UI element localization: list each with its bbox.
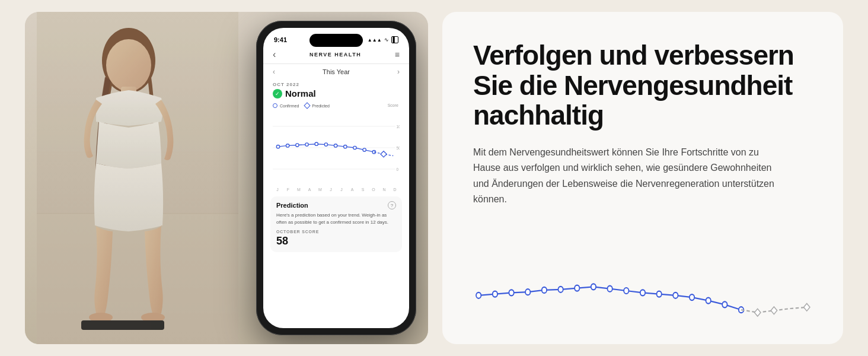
status-label: Normal bbox=[285, 88, 316, 98]
dynamic-island bbox=[309, 34, 363, 47]
svg-point-29 bbox=[509, 290, 513, 295]
status-check-icon: ✓ bbox=[273, 89, 282, 98]
svg-point-36 bbox=[624, 288, 628, 294]
month-n: N bbox=[379, 187, 389, 192]
status-time: 9:41 bbox=[274, 36, 287, 43]
month-f: F bbox=[283, 187, 293, 192]
phone: 9:41 ▲▲▲ ∿ ▌ ‹ NERVE HEALTH ≡ bbox=[256, 21, 416, 335]
left-panel: 9:41 ▲▲▲ ∿ ▌ ‹ NERVE HEALTH ≡ bbox=[25, 12, 428, 344]
prediction-section: Prediction ? Here's a prediction based o… bbox=[270, 196, 402, 252]
bottom-chart bbox=[473, 261, 812, 320]
svg-point-37 bbox=[640, 290, 645, 295]
svg-point-15 bbox=[276, 145, 279, 148]
svg-point-40 bbox=[690, 294, 694, 300]
svg-rect-26 bbox=[381, 151, 387, 157]
month-d: D bbox=[390, 187, 400, 192]
svg-point-28 bbox=[493, 291, 497, 297]
signal-icon: ▲▲▲ bbox=[368, 37, 382, 43]
month-s: S bbox=[358, 187, 368, 192]
main-heading: Verfolgen und verbessern Sie die Nerveng… bbox=[473, 40, 812, 131]
svg-point-41 bbox=[706, 298, 711, 304]
battery-icon: ▌ bbox=[391, 36, 398, 43]
svg-point-4 bbox=[106, 39, 151, 91]
prediction-header: Prediction ? bbox=[276, 201, 396, 209]
svg-point-35 bbox=[607, 286, 612, 292]
heading-line1: Verfolgen und verbessern bbox=[473, 40, 794, 71]
svg-point-34 bbox=[591, 284, 596, 290]
svg-point-24 bbox=[363, 148, 366, 151]
status-icons: ▲▲▲ ∿ ▌ bbox=[368, 36, 398, 43]
score-status: ✓ Normal bbox=[273, 88, 400, 98]
app-header: ‹ NERVE HEALTH ≡ bbox=[263, 46, 409, 64]
svg-text:0: 0 bbox=[397, 167, 399, 171]
score-axis-label: Score bbox=[388, 103, 400, 108]
svg-text:50: 50 bbox=[397, 146, 400, 150]
prediction-text: Here's a prediction based on your trend.… bbox=[276, 212, 396, 226]
confirmed-label: Confirmed bbox=[280, 104, 299, 108]
right-panel: Verfolgen und verbessern Sie die Nerveng… bbox=[442, 12, 843, 344]
person-silhouette bbox=[37, 12, 238, 344]
svg-point-17 bbox=[296, 144, 299, 147]
svg-point-18 bbox=[305, 143, 308, 146]
month-j1: J bbox=[273, 187, 282, 192]
legend-predicted: Predicted bbox=[305, 103, 330, 108]
svg-point-20 bbox=[324, 143, 327, 146]
month-labels: J F M A M J J A S O N D bbox=[263, 186, 409, 193]
october-score-label: OCTOBER SCORE bbox=[276, 230, 396, 234]
svg-point-33 bbox=[575, 285, 579, 291]
body-text: Mit dem Nervengesundheitswert können Sie… bbox=[473, 145, 781, 208]
predicted-label: Predicted bbox=[312, 104, 330, 108]
svg-point-39 bbox=[673, 293, 678, 298]
svg-rect-46 bbox=[804, 303, 810, 311]
month-j3: J bbox=[337, 187, 346, 192]
month-a2: A bbox=[347, 187, 357, 192]
heading-line3: nachhaltig bbox=[473, 100, 604, 131]
svg-point-31 bbox=[542, 287, 547, 293]
svg-text:100: 100 bbox=[397, 125, 400, 129]
svg-rect-45 bbox=[771, 307, 777, 314]
score-chart: 100 50 0 bbox=[263, 109, 409, 186]
app-title: NERVE HEALTH bbox=[309, 52, 361, 58]
month-o: O bbox=[369, 187, 378, 192]
menu-icon[interactable]: ≡ bbox=[395, 50, 400, 59]
month-a1: A bbox=[305, 187, 314, 192]
score-section: OCT 2022 ✓ Normal bbox=[263, 80, 409, 102]
heading-line2: Sie die Nervengesundheit bbox=[473, 70, 792, 101]
predicted-dot bbox=[304, 102, 311, 109]
svg-point-19 bbox=[315, 142, 318, 145]
svg-point-27 bbox=[476, 293, 481, 298]
svg-point-16 bbox=[286, 144, 289, 147]
svg-rect-8 bbox=[81, 320, 164, 330]
svg-point-42 bbox=[722, 301, 727, 307]
svg-point-32 bbox=[558, 287, 563, 293]
month-m2: M bbox=[315, 187, 325, 192]
main-container: 9:41 ▲▲▲ ∿ ▌ ‹ NERVE HEALTH ≡ bbox=[25, 12, 843, 344]
wifi-icon: ∿ bbox=[384, 37, 389, 43]
svg-point-22 bbox=[344, 145, 347, 148]
period-nav: ‹ This Year › bbox=[263, 64, 409, 80]
right-content: Verfolgen und verbessern Sie die Nerveng… bbox=[473, 40, 812, 249]
svg-point-38 bbox=[657, 291, 662, 297]
back-button[interactable]: ‹ bbox=[273, 49, 276, 60]
help-icon[interactable]: ? bbox=[388, 201, 396, 209]
legend-confirmed: Confirmed bbox=[273, 103, 299, 108]
month-j2: J bbox=[326, 187, 336, 192]
svg-point-23 bbox=[353, 146, 356, 149]
next-period-button[interactable]: › bbox=[397, 68, 400, 76]
period-label: This Year bbox=[323, 68, 350, 75]
prev-period-button[interactable]: ‹ bbox=[273, 68, 275, 76]
month-m1: M bbox=[294, 187, 304, 192]
svg-rect-44 bbox=[755, 309, 761, 316]
chart-legend: Confirmed Predicted Score bbox=[263, 102, 409, 109]
confirmed-dot bbox=[273, 103, 277, 108]
prediction-title: Prediction bbox=[276, 202, 308, 209]
october-score-value: 58 bbox=[276, 235, 396, 247]
svg-point-30 bbox=[525, 289, 530, 295]
svg-point-21 bbox=[334, 144, 337, 147]
score-date: OCT 2022 bbox=[273, 82, 400, 87]
